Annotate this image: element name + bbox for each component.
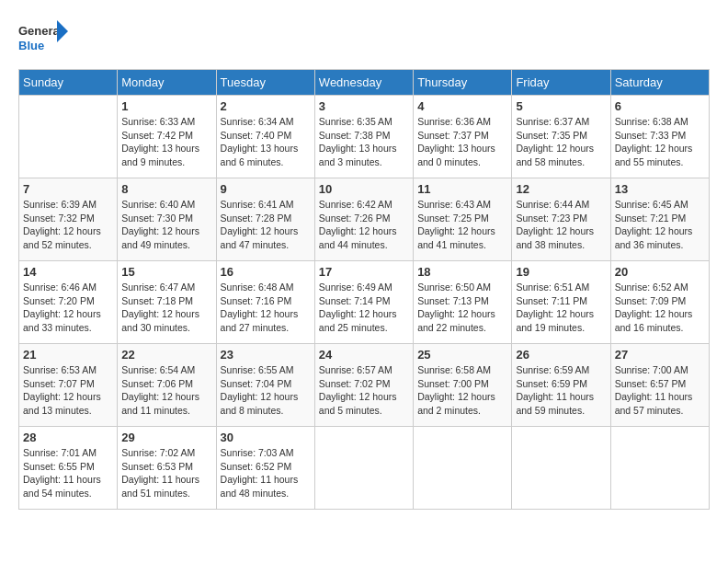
calendar-day-cell: 24 Sunrise: 6:57 AM Sunset: 7:02 PM Dayl… bbox=[314, 344, 413, 427]
day-number: 18 bbox=[417, 265, 507, 279]
daylight: Daylight: 12 hours and 49 minutes. bbox=[121, 225, 199, 250]
sunrise: Sunrise: 6:40 AM bbox=[121, 199, 195, 210]
day-info: Sunrise: 6:58 AM Sunset: 7:00 PM Dayligh… bbox=[417, 363, 507, 418]
sunrise: Sunrise: 6:42 AM bbox=[319, 199, 392, 210]
calendar-day-cell: 20 Sunrise: 6:52 AM Sunset: 7:09 PM Dayl… bbox=[610, 261, 709, 344]
svg-text:Blue: Blue bbox=[18, 39, 44, 52]
day-number: 7 bbox=[23, 182, 113, 196]
weekday-header-saturday: Saturday bbox=[610, 70, 709, 96]
sunrise: Sunrise: 6:36 AM bbox=[417, 116, 491, 127]
day-number: 27 bbox=[615, 348, 705, 362]
sunset: Sunset: 7:32 PM bbox=[23, 213, 95, 224]
daylight: Daylight: 13 hours and 9 minutes. bbox=[121, 143, 199, 167]
day-number: 25 bbox=[417, 348, 507, 362]
day-number: 5 bbox=[516, 99, 606, 113]
calendar-day-cell: 21 Sunrise: 6:53 AM Sunset: 7:07 PM Dayl… bbox=[19, 344, 118, 427]
weekday-header-thursday: Thursday bbox=[414, 70, 512, 96]
day-info: Sunrise: 6:53 AM Sunset: 7:07 PM Dayligh… bbox=[23, 363, 113, 418]
sunset: Sunset: 7:30 PM bbox=[121, 213, 193, 224]
calendar-day-cell: 5 Sunrise: 6:37 AM Sunset: 7:35 PM Dayli… bbox=[512, 96, 610, 178]
daylight: Daylight: 11 hours and 48 minutes. bbox=[221, 474, 299, 499]
sunrise: Sunrise: 6:57 AM bbox=[319, 364, 392, 375]
day-number: 9 bbox=[221, 182, 311, 196]
daylight: Daylight: 12 hours and 36 minutes. bbox=[615, 225, 693, 250]
svg-text:General: General bbox=[18, 24, 63, 38]
daylight: Daylight: 12 hours and 38 minutes. bbox=[516, 225, 594, 250]
sunset: Sunset: 7:06 PM bbox=[121, 378, 193, 389]
day-info: Sunrise: 7:00 AM Sunset: 6:57 PM Dayligh… bbox=[615, 363, 705, 418]
sunset: Sunset: 6:55 PM bbox=[23, 461, 95, 472]
sunset: Sunset: 6:52 PM bbox=[221, 461, 292, 472]
daylight: Daylight: 12 hours and 22 minutes. bbox=[417, 308, 495, 333]
day-number: 24 bbox=[319, 348, 409, 362]
day-number: 12 bbox=[516, 182, 606, 196]
day-info: Sunrise: 6:59 AM Sunset: 6:59 PM Dayligh… bbox=[516, 363, 606, 418]
day-number: 2 bbox=[221, 99, 311, 113]
sunrise: Sunrise: 6:34 AM bbox=[221, 116, 294, 127]
day-info: Sunrise: 6:33 AM Sunset: 7:42 PM Dayligh… bbox=[121, 115, 211, 169]
day-number: 4 bbox=[417, 99, 507, 113]
calendar-day-cell: 10 Sunrise: 6:42 AM Sunset: 7:26 PM Dayl… bbox=[314, 178, 413, 261]
daylight: Daylight: 12 hours and 13 minutes. bbox=[23, 391, 101, 416]
calendar-day-cell: 11 Sunrise: 6:43 AM Sunset: 7:25 PM Dayl… bbox=[414, 178, 512, 261]
empty-cell bbox=[314, 427, 413, 510]
sunset: Sunset: 7:21 PM bbox=[615, 213, 687, 224]
day-info: Sunrise: 6:45 AM Sunset: 7:21 PM Dayligh… bbox=[615, 198, 705, 252]
sunrise: Sunrise: 6:46 AM bbox=[23, 282, 97, 293]
day-number: 28 bbox=[23, 431, 113, 444]
day-number: 23 bbox=[221, 348, 311, 362]
day-number: 13 bbox=[615, 182, 705, 196]
sunrise: Sunrise: 6:44 AM bbox=[516, 199, 589, 210]
weekday-header-friday: Friday bbox=[512, 70, 610, 96]
sunrise: Sunrise: 6:41 AM bbox=[221, 199, 294, 210]
sunrise: Sunrise: 6:59 AM bbox=[516, 364, 589, 375]
day-info: Sunrise: 6:51 AM Sunset: 7:11 PM Dayligh… bbox=[516, 281, 606, 335]
sunrise: Sunrise: 6:47 AM bbox=[121, 282, 195, 293]
calendar-day-cell: 22 Sunrise: 6:54 AM Sunset: 7:06 PM Dayl… bbox=[118, 344, 216, 427]
sunrise: Sunrise: 6:33 AM bbox=[121, 116, 195, 127]
calendar-table: SundayMondayTuesdayWednesdayThursdayFrid… bbox=[18, 69, 710, 510]
daylight: Daylight: 12 hours and 2 minutes. bbox=[417, 391, 495, 416]
calendar-day-cell: 2 Sunrise: 6:34 AM Sunset: 7:40 PM Dayli… bbox=[216, 96, 314, 178]
daylight: Daylight: 11 hours and 59 minutes. bbox=[516, 391, 594, 416]
sunset: Sunset: 6:57 PM bbox=[615, 378, 687, 389]
page-header: General Blue bbox=[18, 18, 710, 60]
daylight: Daylight: 12 hours and 30 minutes. bbox=[121, 308, 199, 333]
sunset: Sunset: 7:37 PM bbox=[417, 130, 489, 141]
sunrise: Sunrise: 7:00 AM bbox=[615, 364, 688, 375]
day-info: Sunrise: 6:38 AM Sunset: 7:33 PM Dayligh… bbox=[615, 115, 705, 169]
sunset: Sunset: 7:25 PM bbox=[417, 213, 489, 224]
logo-svg: General Blue bbox=[18, 18, 69, 60]
day-info: Sunrise: 6:39 AM Sunset: 7:32 PM Dayligh… bbox=[23, 198, 113, 252]
day-number: 16 bbox=[221, 265, 311, 279]
day-info: Sunrise: 6:34 AM Sunset: 7:40 PM Dayligh… bbox=[221, 115, 311, 169]
sunset: Sunset: 7:02 PM bbox=[319, 378, 391, 389]
sunset: Sunset: 7:09 PM bbox=[615, 295, 687, 306]
sunrise: Sunrise: 6:48 AM bbox=[221, 282, 294, 293]
sunrise: Sunrise: 7:03 AM bbox=[221, 447, 294, 458]
daylight: Daylight: 12 hours and 11 minutes. bbox=[121, 391, 199, 416]
day-number: 6 bbox=[615, 99, 705, 113]
calendar-day-cell: 12 Sunrise: 6:44 AM Sunset: 7:23 PM Dayl… bbox=[512, 178, 610, 261]
weekday-header-row: SundayMondayTuesdayWednesdayThursdayFrid… bbox=[19, 70, 710, 96]
sunrise: Sunrise: 6:38 AM bbox=[615, 116, 688, 127]
sunset: Sunset: 7:33 PM bbox=[615, 130, 687, 141]
day-number: 26 bbox=[516, 348, 606, 362]
daylight: Daylight: 13 hours and 0 minutes. bbox=[417, 143, 495, 167]
calendar-day-cell: 17 Sunrise: 6:49 AM Sunset: 7:14 PM Dayl… bbox=[314, 261, 413, 344]
day-info: Sunrise: 6:37 AM Sunset: 7:35 PM Dayligh… bbox=[516, 115, 606, 169]
sunrise: Sunrise: 6:45 AM bbox=[615, 199, 688, 210]
day-info: Sunrise: 6:35 AM Sunset: 7:38 PM Dayligh… bbox=[319, 115, 409, 169]
day-info: Sunrise: 6:41 AM Sunset: 7:28 PM Dayligh… bbox=[221, 198, 311, 252]
sunset: Sunset: 7:20 PM bbox=[23, 295, 95, 306]
calendar-day-cell: 18 Sunrise: 6:50 AM Sunset: 7:13 PM Dayl… bbox=[414, 261, 512, 344]
day-info: Sunrise: 7:01 AM Sunset: 6:55 PM Dayligh… bbox=[23, 446, 113, 500]
day-number: 29 bbox=[121, 431, 211, 444]
sunset: Sunset: 7:26 PM bbox=[319, 213, 391, 224]
daylight: Daylight: 12 hours and 52 minutes. bbox=[23, 225, 101, 250]
daylight: Daylight: 13 hours and 3 minutes. bbox=[319, 143, 397, 167]
day-info: Sunrise: 6:42 AM Sunset: 7:26 PM Dayligh… bbox=[319, 198, 409, 252]
day-number: 10 bbox=[319, 182, 409, 196]
day-number: 11 bbox=[417, 182, 507, 196]
sunset: Sunset: 7:35 PM bbox=[516, 130, 587, 141]
